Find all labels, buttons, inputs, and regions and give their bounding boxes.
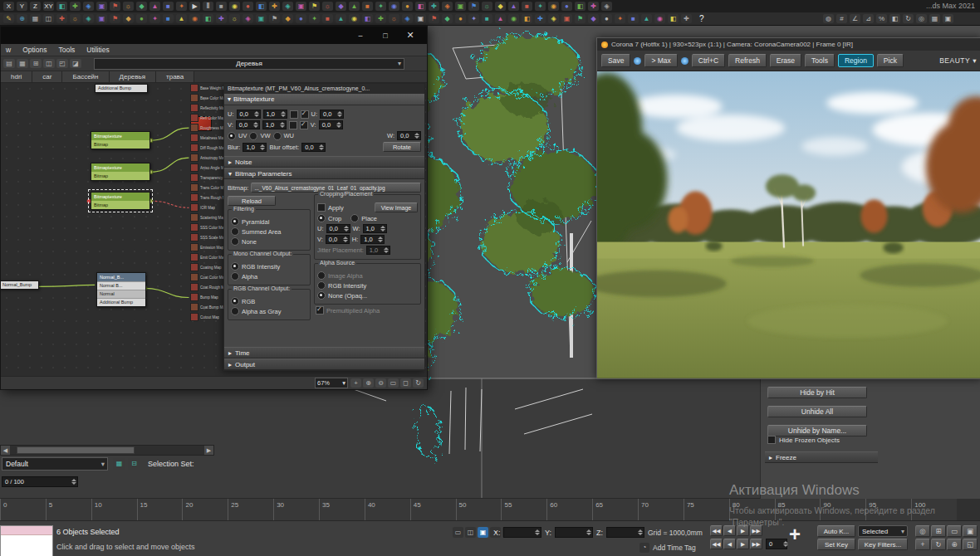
offset-mode-icon[interactable]: ◫ bbox=[465, 527, 476, 538]
material-view-tab[interactable]: трава bbox=[156, 71, 194, 82]
crop-h-field[interactable]: 1,0 bbox=[360, 235, 385, 244]
pyramidal-radio[interactable] bbox=[231, 217, 239, 226]
viewport-nav-icon[interactable]: ◎ bbox=[915, 525, 930, 537]
toolbar-icon[interactable]: ◧ bbox=[415, 2, 426, 11]
material-slot[interactable]: Emit Color Map bbox=[190, 252, 225, 262]
material-slot[interactable]: Reflectivity Map bbox=[190, 103, 225, 113]
isolate-icon[interactable]: ▭ bbox=[453, 527, 463, 538]
nav-tool-icon[interactable]: ◻ bbox=[400, 378, 411, 388]
toolbar-icon[interactable]: ■ bbox=[216, 2, 227, 11]
ctrl-c-button[interactable]: Ctrl+C bbox=[692, 54, 725, 67]
toolbar-icon[interactable]: ● bbox=[601, 14, 612, 23]
panel-button[interactable]: Unhide by Name... bbox=[767, 425, 867, 437]
toolbar-icon[interactable]: ◉ bbox=[189, 14, 200, 23]
material-slot[interactable]: Coat Color Map bbox=[190, 272, 225, 282]
selection-lock-icon[interactable]: ▣ bbox=[478, 527, 488, 538]
toolbar-icon[interactable]: ● bbox=[455, 14, 466, 23]
toolbar-icon[interactable]: ✎ bbox=[3, 14, 14, 23]
toolbar-icon[interactable]: ✚ bbox=[535, 14, 546, 23]
vw-radio[interactable] bbox=[249, 132, 257, 140]
toolbar-icon[interactable]: ◈ bbox=[83, 2, 94, 11]
material-slot[interactable]: Base Color Map bbox=[190, 93, 225, 103]
key-filters-button[interactable]: Key Filters... bbox=[858, 539, 908, 550]
v-mirror-checkbox[interactable] bbox=[289, 121, 297, 129]
toolbar-icon[interactable]: ◆ bbox=[442, 14, 453, 23]
toolbar-icon[interactable]: ✚ bbox=[70, 2, 81, 11]
help-icon[interactable]: ? bbox=[699, 14, 704, 23]
wu-radio[interactable] bbox=[273, 132, 282, 140]
nav-tool-icon[interactable]: ⊕ bbox=[363, 378, 374, 388]
toolbar-icon[interactable]: ● bbox=[136, 14, 147, 23]
toolbar-icon[interactable]: ☼ bbox=[123, 2, 134, 11]
material-slot[interactable]: Emission Map bbox=[190, 242, 225, 252]
selection-set-list-icon[interactable]: ⊟ bbox=[128, 458, 140, 470]
alpha-none-radio[interactable] bbox=[317, 291, 326, 300]
toolbar-icon[interactable]: ✚ bbox=[588, 2, 599, 11]
viewport-nav-icon[interactable]: ⊞ bbox=[931, 525, 946, 537]
transport-button[interactable]: ▶ bbox=[737, 539, 749, 549]
material-view-dropdown[interactable]: Деревья bbox=[94, 58, 404, 70]
material-slot[interactable]: Aniso Angle Map bbox=[190, 163, 225, 173]
u-tile-checkbox[interactable] bbox=[301, 110, 309, 119]
viewport-nav-icon[interactable]: ◱ bbox=[963, 539, 978, 550]
toolbar-icon[interactable]: ● bbox=[402, 2, 413, 11]
snap-toggle-icon[interactable]: ◍ bbox=[823, 14, 834, 23]
horizontal-scrollbar[interactable]: ◀ ▶ bbox=[0, 445, 214, 456]
y-coordinate-field[interactable] bbox=[555, 527, 593, 538]
toolbar-icon[interactable]: ⚑ bbox=[429, 14, 439, 23]
snap-toggle-icon[interactable]: ∠ bbox=[850, 14, 860, 23]
angle-u-field[interactable]: 0,0 bbox=[320, 110, 344, 119]
snap-toggle-icon[interactable]: ↻ bbox=[903, 14, 914, 23]
toolbar-icon[interactable]: ▲ bbox=[495, 14, 506, 23]
node-bitmaptexture-1[interactable]: Bitmaptexture Bitmap bbox=[91, 131, 150, 149]
toolbar-icon[interactable]: ◈ bbox=[83, 14, 94, 23]
material-tool-icon[interactable]: ▦ bbox=[17, 59, 28, 68]
image-alpha-radio[interactable] bbox=[317, 271, 326, 280]
alpha-rgb-intensity-radio[interactable] bbox=[317, 281, 326, 290]
crop-v-field[interactable]: 0,0 bbox=[326, 235, 350, 244]
viewport-nav-icon[interactable]: ▣ bbox=[963, 525, 978, 537]
toolbar-icon[interactable]: ☼ bbox=[322, 2, 333, 11]
angle-v-field[interactable]: 0,0 bbox=[319, 120, 343, 129]
noise-rollout[interactable]: ▸ Noise bbox=[224, 156, 424, 168]
toolbar-icon[interactable]: ✦ bbox=[375, 2, 386, 11]
toolbar-icon[interactable]: ◆ bbox=[136, 2, 147, 11]
tools-button[interactable]: Tools bbox=[805, 54, 835, 67]
scrollbar-thumb[interactable] bbox=[17, 446, 135, 454]
minimize-button[interactable]: – bbox=[349, 29, 372, 41]
material-slot[interactable]: Coat Rough Map bbox=[190, 282, 225, 292]
material-slot[interactable]: Refl Color Map bbox=[190, 113, 225, 123]
toolbar-icon[interactable]: ◆ bbox=[123, 14, 134, 23]
toolbar-icon[interactable]: ▣ bbox=[296, 2, 306, 11]
toolbar-icon[interactable]: ◫ bbox=[43, 14, 54, 23]
viewport-nav-icon[interactable]: ↻ bbox=[931, 539, 946, 550]
toolbar-icon[interactable]: ■ bbox=[362, 2, 373, 11]
named-selection-dropdown[interactable]: Default bbox=[2, 457, 108, 471]
material-view-tab[interactable]: Бассейн bbox=[62, 71, 109, 82]
toolbar-icon[interactable]: ▣ bbox=[96, 14, 107, 23]
v-offset-field[interactable]: 0,0 bbox=[236, 120, 260, 129]
nav-tool-icon[interactable]: ▭ bbox=[388, 378, 399, 388]
toolbar-icon[interactable]: ✦ bbox=[309, 14, 320, 23]
toolbar-icon[interactable]: ▶ bbox=[189, 2, 200, 11]
rgb-radio[interactable] bbox=[231, 297, 239, 305]
toolbar-icon[interactable]: ■ bbox=[163, 2, 174, 11]
v-tiling-field[interactable]: 1,0 bbox=[262, 120, 287, 129]
toolbar-icon[interactable]: ● bbox=[243, 2, 253, 11]
toolbar-icon[interactable]: ⚑ bbox=[575, 14, 586, 23]
material-tool-icon[interactable]: ◫ bbox=[43, 59, 55, 68]
node-graph-view[interactable]: Additional Bump Bitmaptexture Bitmap Bit… bbox=[1, 83, 427, 376]
filter-none-radio[interactable] bbox=[231, 237, 239, 246]
material-slot[interactable]: Trans Rough Map bbox=[190, 193, 225, 202]
toolbar-icon[interactable]: ◧ bbox=[575, 2, 586, 11]
maximize-button[interactable]: □ bbox=[374, 29, 397, 41]
toolbar-icon[interactable]: ✚ bbox=[216, 14, 227, 23]
snap-toggle-icon[interactable]: ⊿ bbox=[863, 14, 874, 23]
snap-toggle-icon[interactable]: ▦ bbox=[929, 14, 940, 23]
panel-button[interactable]: Hide by Hit bbox=[767, 387, 867, 398]
maxscript-mini-listener[interactable] bbox=[0, 525, 53, 556]
toolbar-icon[interactable]: ■ bbox=[482, 14, 492, 23]
u-mirror-checkbox[interactable] bbox=[290, 110, 298, 119]
menu-item[interactable]: w bbox=[6, 46, 11, 54]
material-view-tab[interactable]: Деревья bbox=[110, 71, 157, 82]
